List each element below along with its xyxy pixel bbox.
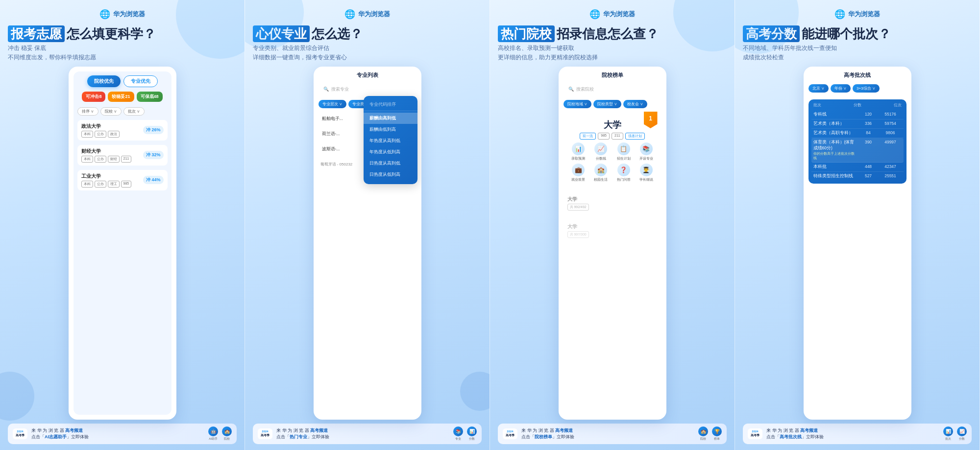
stag-1-2: 财经 [108,156,120,163]
stag-2-2: 理工 [108,181,120,188]
stag-1-3: 211 [121,156,132,163]
title-area-2: 心仪专业怎么选？ 专业类别、就业前景综合评估 详细数据一键查询，报考专业更省心 [253,26,482,62]
panel-1: 🌐 华为浏览器 报考志愿怎么填更科学？ 冲击 稳妥 保底 不同维度出发，帮你科学… [0,0,245,450]
score-row-1[interactable]: 艺术类（本科） 336 59754 [811,119,904,129]
nav-ai-icon[interactable]: 🤖 AI助手 [208,426,218,441]
panel3-phone: 院校榜单 🔍 搜索院校 院校地域 ∨ 院校类型 ∨ 校友会 ∨ 1 大学 双一流… [559,67,666,420]
school-info-2: 工业大学 本科 公办 理工 985 [81,173,132,188]
panel4-feature[interactable]: 高考批次线 [780,434,802,439]
panel2-bottom-text: 来 华 为 浏 览 器 高考频道 点击「热门专业」立即体验 [276,427,449,441]
stag-1-1: 公办 [95,156,106,163]
panel2-search-placeholder: 搜索专业 [331,86,349,93]
panel3-filter-region[interactable]: 院校地域 ∨ [564,100,591,108]
stag-2-1: 公办 [95,181,106,188]
dropdown-item-2[interactable]: 年热度从高到低 [364,135,417,146]
panel2-title: 心仪专业怎么选？ [253,26,482,42]
panel1-logo-box: 2024 高考季 [13,428,27,439]
tab-major-first[interactable]: 专业优先 [123,75,158,87]
title-area-1: 报考志愿怎么填更科学？ 冲击 稳妥 保底 不同维度出发，帮你科学填报志愿 [8,26,237,62]
huawei-brand-1: 华为浏览器 [113,10,145,19]
panel4-list-title: 高考批次线 [808,71,906,79]
panel2-title-rest: 怎么选？ [312,26,363,41]
icon-campus[interactable]: 🏫 校园生活 [591,164,611,182]
icon-senior[interactable]: 👨‍🎓 学长细说 [636,164,656,182]
score-badges: 可冲击8 较稳妥21 可保底48 [77,92,168,102]
score-row-5[interactable]: 特殊类型招生控制线 527 25551 [811,172,904,181]
icon-plan[interactable]: 📋 招生计划 [613,142,634,161]
panel1-title: 报考志愿怎么填更科学？ [8,26,237,42]
nav-rank-icon[interactable]: 🏆 榜单 [712,426,722,441]
panel4-filter-year[interactable]: 年份 ∨ [831,84,851,93]
panel3-nav-icons: 🏫 院校 🏆 榜单 [698,426,722,441]
header-batch: 批次 [813,102,821,108]
score-note: 你的分数高于上述批次分数线 [813,152,858,161]
panel3-school-card: 1 大学 双一流 985 211 强基计划 📊 录取预测 📈 分数线 📋 [564,114,662,187]
dropdown-item-0[interactable]: 薪酬由高到低 [364,113,417,124]
panel2-search[interactable]: 🔍 搜索专业 [318,84,416,95]
panel2-phone: 专业列表 🔍 搜索专业 专业层次 ∨ 专业类别 ∨ 薪酬由高到低 ∨ 船舶电子.… [314,67,421,420]
badge-rush: 可冲击8 [82,92,105,102]
score-row-0[interactable]: 专科线 120 55176 [811,110,904,119]
icon-qa[interactable]: ❓ 热门问答 [613,164,634,182]
huawei-brand-2: 华为浏览器 [358,10,390,19]
panel3-title-rest: 招录信息怎么查？ [557,26,659,41]
dropdown-item-1[interactable]: 薪酬由低到高 [364,124,417,135]
nav-icon-circle-school: 🏫 [222,426,232,436]
panel2-highlight: 心仪专业 [253,25,310,42]
huawei-header-1: 🌐 华为浏览器 [99,9,145,20]
school-row-2: 工业大学 本科 公办 理工 985 冲 44% [77,170,168,190]
school-row-0: 政法大学 本科 公办 政法 冲 26% [77,120,168,141]
panel3-filter-type[interactable]: 院校类型 ∨ [593,100,621,108]
huawei-header-3: 🌐 华为浏览器 [589,9,635,20]
dropdown-item-4[interactable]: 日热度从高到低 [364,158,417,169]
panel2-filter-level[interactable]: 专业层次 ∨ [318,100,346,108]
panel1-feature[interactable]: AI志愿助手 [45,434,67,439]
filter-sort[interactable]: 排序 ∨ [77,107,98,116]
filter-batch[interactable]: 批次 ∨ [123,107,145,116]
panel3-feature[interactable]: 院校榜单 [535,434,552,439]
filter-school[interactable]: 院校 ∨ [100,107,122,116]
school-tags-1: 本科 公办 财经 211 [81,156,132,163]
huawei-globe-icon-1: 🌐 [99,9,110,20]
stag-0-1: 公办 [95,131,106,138]
nav-major-icon[interactable]: 📚 专业 [453,426,463,441]
panel3-list-title: 院校榜单 [564,71,662,79]
icon-career[interactable]: 💼 就业前景 [568,164,588,182]
score-row-4[interactable]: 本科批 448 42347 [811,163,904,172]
panel1-nav-icons: 🤖 AI助手 🏫 院校 [208,426,232,441]
panel4-bottom-text: 来 华 为 浏 览 器 高考频道 点击「高考批次线」立即体验 [766,427,939,441]
huawei-header-2: 🌐 华为浏览器 [344,9,390,20]
title-area-3: 热门院校招录信息怎么查？ 高校排名、录取预测一键获取 更详细的信息，助力更精准的… [498,26,727,62]
panel2-channel: 高考频道 [310,428,328,433]
nav-batch-icon[interactable]: 📊 批次 [943,426,953,441]
dropdown-item-5[interactable]: 日热度从低到高 [364,169,417,180]
search-icon-2: 🔍 [323,87,329,92]
icon-major[interactable]: 📚 开设专业 [636,142,656,161]
panel3-school-name: 大学 [568,119,657,131]
panel1-highlight: 报考志愿 [8,25,65,42]
nav-score-icon-2[interactable]: 📊 分数 [467,426,477,441]
panel3-bottom-bar: 2024 高考季 来 华 为 浏 览 器 高考频道 点击「院校榜单」立即体验 🏫… [498,424,727,444]
dropdown-item-3[interactable]: 年热度从低到高 [364,146,417,158]
nav-score-icon-4[interactable]: 📈 分数 [957,426,967,441]
school-pct-0: 冲 26% [143,126,164,134]
school-name-1: 财经大学 [81,148,132,155]
tab-school-first[interactable]: 院校优先 [87,75,121,87]
nav-school-icon[interactable]: 🏫 院校 [222,426,232,441]
panel4-filter-subject[interactable]: 3+3综合 ∨ [853,84,880,93]
panel2-feature[interactable]: 热门专业 [290,434,307,439]
panel3-filter-alumni[interactable]: 校友会 ∨ [623,100,647,108]
score-row-2[interactable]: 艺术类（高职专科） 84 9806 [811,129,904,138]
icon-forecast[interactable]: 📊 录取预测 [568,142,588,161]
panel4-highlight: 高考分数 [743,25,800,42]
panel4-filter-city[interactable]: 北京 ∨ [808,84,829,93]
nav-school-icon-3[interactable]: 🏫 院校 [698,426,708,441]
panel4-phone: 高考批次线 北京 ∨ 年份 ∨ 3+3综合 ∨ 批次 分数 位次 专科线 120… [804,67,911,420]
school-pct-1: 冲 32% [143,151,164,159]
score-row-3[interactable]: 体育类（本科）(体育成绩60分) 你的分数高于上述批次分数线 390 49997 [811,138,904,163]
panel3-channel: 高考频道 [555,428,573,433]
panel4-subtitle: 不同地域、学科历年批次线一查便知 成绩批次轻松查 [743,44,972,62]
panel3-search[interactable]: 🔍 搜索院校 [564,84,662,95]
icon-score[interactable]: 📈 分数线 [591,142,611,161]
huawei-globe-icon-4: 🌐 [834,9,845,20]
